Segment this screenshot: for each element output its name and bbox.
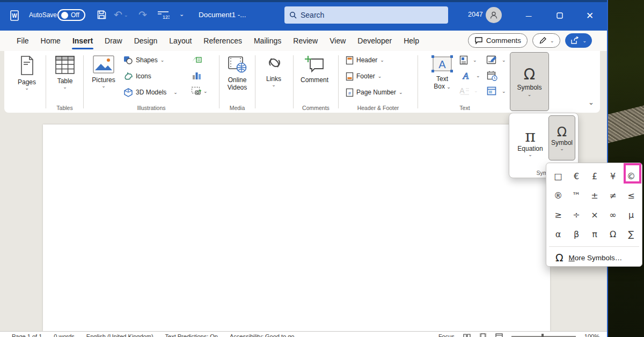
word-count[interactable]: 0 words [54, 333, 75, 337]
symbol-cell[interactable]: β [567, 224, 586, 244]
symbol-cell[interactable]: ™ [567, 186, 586, 205]
symbol-cell[interactable]: € [567, 166, 586, 186]
online-videos-button[interactable]: Online Videos [222, 55, 252, 91]
symbol-cell[interactable]: ÷ [567, 205, 586, 224]
symbols-button[interactable]: Ω Symbols ⌄ [510, 52, 549, 111]
more-symbols-button[interactable]: Ω More Symbols… [549, 247, 639, 263]
tab-file[interactable]: File [11, 33, 35, 49]
focus-button[interactable]: Focus [438, 333, 455, 337]
symbol-cell[interactable]: Ω [604, 224, 622, 244]
page-number-button[interactable]: # Page Number⌄ [346, 86, 403, 98]
tab-insert[interactable]: Insert [67, 33, 99, 49]
search-input[interactable]: Search [284, 6, 448, 24]
collapse-ribbon-chevron-icon[interactable]: ⌄ [588, 100, 594, 105]
print-layout-icon[interactable] [479, 333, 487, 337]
save-button[interactable] [97, 10, 107, 20]
quick-access-chevron-icon[interactable]: ⌄ [179, 12, 184, 16]
header-label: Header [356, 56, 377, 64]
3d-models-button[interactable]: 3D Models⌄ [123, 86, 178, 98]
symbol-cell[interactable]: ® [549, 186, 567, 205]
page-indicator[interactable]: Page 1 of 1 [12, 333, 42, 337]
tab-references[interactable]: References [197, 33, 248, 49]
signature-line-button[interactable]: ⌄ [486, 55, 506, 65]
account-avatar[interactable] [486, 7, 502, 23]
document-page[interactable] [43, 124, 550, 331]
symbol-cell[interactable]: π [586, 224, 604, 244]
share-button[interactable]: ⌄ [565, 33, 592, 48]
tab-view[interactable]: View [324, 33, 352, 49]
comment-button[interactable]: Comment [297, 55, 332, 84]
tab-review[interactable]: Review [287, 33, 324, 49]
links-label: Links [266, 75, 281, 83]
symbol-cell[interactable]: × [586, 205, 604, 224]
pictures-label: Pictures [92, 76, 115, 84]
icons-button[interactable]: Icons [123, 70, 151, 82]
footer-label: Footer [356, 72, 375, 80]
table-button[interactable]: Table ⌄ [50, 55, 79, 89]
symbol-cell[interactable]: α [549, 224, 567, 244]
comments-group-label: Comments [294, 105, 338, 111]
smartart-button[interactable] [191, 55, 202, 64]
close-button[interactable]: ✕ [583, 9, 597, 23]
tab-design[interactable]: Design [128, 33, 164, 49]
quick-parts-button[interactable]: ⌄ [459, 55, 477, 65]
symbol-cell[interactable]: ∑ [622, 224, 640, 244]
symbol-cell[interactable]: ∞ [604, 205, 622, 224]
links-button[interactable]: Links ⌄ [260, 55, 288, 87]
symbol-cell[interactable]: £ [586, 166, 604, 186]
date-time-button[interactable] [487, 71, 497, 81]
drop-cap-button[interactable]: A ⌄ [459, 86, 478, 95]
comments-button[interactable]: Comments [468, 33, 528, 48]
tab-home[interactable]: Home [35, 33, 67, 49]
text-predictions[interactable]: Text Predictions: On [165, 333, 218, 337]
redo-button[interactable]: ↷ [138, 9, 147, 21]
symbol-cell[interactable]: ¥ [604, 166, 622, 186]
word-logo-icon[interactable]: W [9, 10, 20, 21]
symbol-cell[interactable]: µ [622, 205, 640, 224]
online-videos-icon [226, 55, 248, 74]
zoom-level[interactable]: 100% [584, 333, 599, 337]
symbol-cell[interactable]: ≤ [622, 186, 640, 205]
read-mode-icon[interactable] [463, 333, 471, 337]
symbol-cell[interactable]: □ [549, 166, 567, 186]
language-indicator[interactable]: English (United Kingdom) [86, 333, 153, 337]
symbol-cell[interactable]: ± [586, 186, 604, 205]
tab-draw[interactable]: Draw [99, 33, 128, 49]
autosave-toggle[interactable]: Off [57, 9, 85, 21]
undo-button[interactable]: ↶⌄ [114, 9, 128, 21]
tab-help[interactable]: Help [398, 33, 425, 49]
shapes-button[interactable]: Shapes⌄ [123, 54, 164, 66]
object-button[interactable]: ⌄ [487, 86, 506, 96]
zoom-slider-handle[interactable] [541, 334, 544, 337]
tab-mailings[interactable]: Mailings [248, 33, 287, 49]
symbol-cell[interactable]: ≠ [604, 186, 622, 205]
accessibility-status[interactable]: Accessibility: Good to go [230, 333, 294, 337]
smartart-icon [191, 55, 202, 64]
maximize-button[interactable] [553, 9, 567, 23]
symbol-cell[interactable]: ≥ [549, 205, 567, 224]
pages-button[interactable]: Pages ⌄ [12, 55, 42, 90]
header-button[interactable]: Header⌄ [346, 54, 384, 66]
numbering-icon[interactable]: 123 [157, 9, 170, 21]
equation-label: Equation [517, 145, 543, 152]
svg-text:A: A [463, 71, 469, 80]
signature-icon [486, 55, 497, 65]
editing-mode-button[interactable]: ⌄ [532, 33, 561, 48]
chart-button[interactable] [192, 71, 201, 80]
toggle-knob [61, 12, 68, 19]
screenshot-button[interactable]: ⌄ [191, 86, 208, 96]
symbol-button[interactable]: Ω Symbol ⌄ [548, 115, 575, 160]
tab-layout[interactable]: Layout [163, 33, 197, 49]
table-icon [54, 55, 76, 75]
footer-button[interactable]: Footer⌄ [346, 70, 382, 82]
minimize-button[interactable]: ─ [522, 9, 536, 23]
pictures-button[interactable]: Pictures ⌄ [88, 55, 119, 88]
wordart-button[interactable]: A ⌄ [460, 71, 480, 80]
screenshot-icon [191, 86, 202, 96]
text-box-icon: A [431, 55, 453, 73]
online-videos-label: Online Videos [225, 76, 250, 91]
equation-button[interactable]: π Equation ⌄ [514, 118, 547, 167]
text-box-button[interactable]: A TextBox ⌄ [428, 55, 456, 90]
tab-developer[interactable]: Developer [352, 33, 398, 49]
web-layout-icon[interactable] [495, 333, 503, 337]
